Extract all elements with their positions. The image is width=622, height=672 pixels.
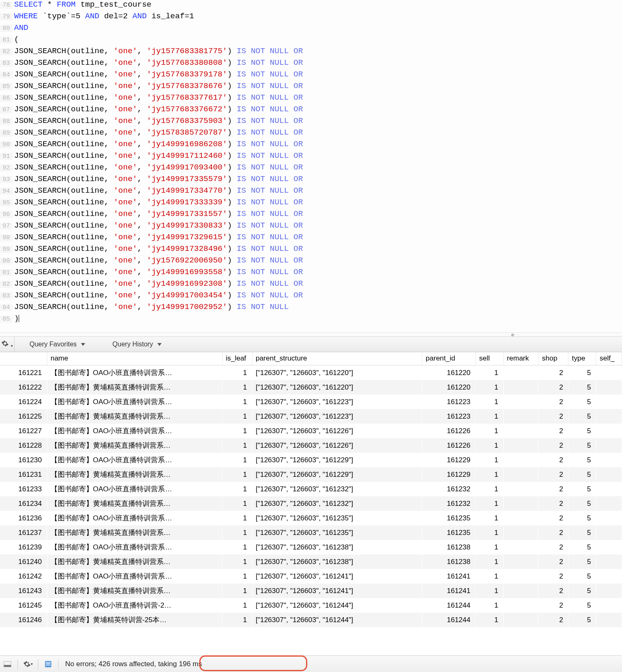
code-line[interactable]: 87JSON_SEARCH(outline, 'one', 'jy1577683… [0, 105, 622, 116]
cell-id[interactable]: 161222 [0, 380, 47, 395]
cell-self[interactable] [596, 525, 622, 540]
cell-shop[interactable]: 2 [539, 569, 568, 584]
cell-parentid[interactable]: 161241 [422, 569, 476, 584]
cell-sell[interactable]: 1 [475, 598, 503, 613]
code-line[interactable]: 80AND [0, 23, 622, 35]
gear-icon[interactable]: ▾ [0, 340, 14, 349]
gear-icon[interactable]: ▾ [22, 659, 34, 670]
cell-parentid[interactable]: 161235 [422, 525, 476, 540]
cell-self[interactable] [596, 438, 622, 453]
cell-name[interactable]: 【图书邮寄】OAO小班直播特训营系… [47, 424, 222, 438]
cell-name[interactable]: 【图书邮寄】OAO小班直播特训营系… [47, 540, 222, 554]
cell-name[interactable]: 【图书邮寄】黄埔精英特训营-25本… [47, 613, 222, 627]
cell-type[interactable]: 5 [568, 424, 596, 438]
cell-name[interactable]: 【图书邮寄】黄埔精英直播特训营系… [47, 467, 222, 482]
cell-sell[interactable]: 1 [475, 584, 503, 598]
col-header-sell[interactable]: sell [475, 352, 503, 365]
cell-remark[interactable] [503, 380, 538, 395]
cell-isleaf[interactable]: 1 [222, 482, 252, 496]
code-line[interactable]: 79WHERE `type`=5 AND del=2 AND is_leaf=1 [0, 12, 622, 23]
cell-parentstructure[interactable]: ["126307", "126603", "161232"] [252, 482, 422, 496]
cell-parentstructure[interactable]: ["126307", "126603", "161241"] [252, 569, 422, 584]
cell-name[interactable]: 【图书邮寄】OAO小班直播特训营系… [47, 395, 222, 409]
cell-type[interactable]: 5 [568, 511, 596, 525]
table-row[interactable]: 161234【图书邮寄】黄埔精英直播特训营系…1["126307", "1266… [0, 496, 622, 511]
code-line[interactable]: 92JSON_SEARCH(outline, 'one', 'jy1499917… [0, 163, 622, 174]
cell-remark[interactable] [503, 496, 538, 511]
table-row[interactable]: 161221【图书邮寄】OAO小班直播特训营系…1["126307", "126… [0, 365, 622, 380]
cell-parentstructure[interactable]: ["126307", "126603", "161226"] [252, 424, 422, 438]
cell-self[interactable] [596, 365, 622, 380]
cell-sell[interactable]: 1 [475, 540, 503, 554]
cell-self[interactable] [596, 409, 622, 424]
cell-isleaf[interactable]: 1 [222, 395, 252, 409]
cell-parentid[interactable]: 161244 [422, 613, 476, 627]
cell-id[interactable]: 161228 [0, 438, 47, 453]
cell-id[interactable]: 161245 [0, 598, 47, 613]
table-row[interactable]: 161224【图书邮寄】OAO小班直播特训营系…1["126307", "126… [0, 395, 622, 409]
cell-sell[interactable]: 1 [475, 424, 503, 438]
cell-remark[interactable] [503, 511, 538, 525]
query-favorites-dropdown[interactable]: Query Favorites [15, 341, 100, 348]
code-line[interactable]: 90JSON_SEARCH(outline, 'one', 'jy1499916… [0, 140, 622, 151]
cell-parentstructure[interactable]: ["126307", "126603", "161223"] [252, 395, 422, 409]
cell-sell[interactable]: 1 [475, 496, 503, 511]
table-row[interactable]: 161236【图书邮寄】OAO小班直播特训营系…1["126307", "126… [0, 511, 622, 525]
cell-shop[interactable]: 2 [539, 540, 568, 554]
cell-isleaf[interactable]: 1 [222, 584, 252, 598]
cell-self[interactable] [596, 380, 622, 395]
cell-name[interactable]: 【图书邮寄】OAO小班直播特训营-2… [47, 598, 222, 613]
cell-shop[interactable]: 2 [539, 424, 568, 438]
cell-parentstructure[interactable]: ["126307", "126603", "161226"] [252, 438, 422, 453]
cell-shop[interactable]: 2 [539, 395, 568, 409]
cell-self[interactable] [596, 511, 622, 525]
code-line[interactable]: 94JSON_SEARCH(outline, 'one', 'jy1499917… [0, 186, 622, 198]
table-row[interactable]: 161225【图书邮寄】黄埔精英直播特训营系…1["126307", "1266… [0, 409, 622, 424]
cell-parentid[interactable]: 161220 [422, 380, 476, 395]
cell-shop[interactable]: 2 [539, 496, 568, 511]
cell-sell[interactable]: 1 [475, 365, 503, 380]
table-row[interactable]: 161230【图书邮寄】OAO小班直播特训营系…1["126307", "126… [0, 453, 622, 467]
cell-sell[interactable]: 1 [475, 554, 503, 569]
cell-isleaf[interactable]: 1 [222, 380, 252, 395]
cell-parentstructure[interactable]: ["126307", "126603", "161220"] [252, 365, 422, 380]
cell-name[interactable]: 【图书邮寄】黄埔精英直播特训营系… [47, 554, 222, 569]
cell-id[interactable]: 161234 [0, 496, 47, 511]
cell-isleaf[interactable]: 1 [222, 424, 252, 438]
cell-parentstructure[interactable]: ["126307", "126603", "161244"] [252, 613, 422, 627]
col-header-type[interactable]: type [568, 352, 596, 365]
cell-isleaf[interactable]: 1 [222, 453, 252, 467]
cell-remark[interactable] [503, 525, 538, 540]
cell-sell[interactable]: 1 [475, 525, 503, 540]
cell-parentstructure[interactable]: ["126307", "126603", "161229"] [252, 467, 422, 482]
cell-type[interactable]: 5 [568, 453, 596, 467]
cell-parentid[interactable]: 161238 [422, 540, 476, 554]
cell-self[interactable] [596, 467, 622, 482]
cell-shop[interactable]: 2 [539, 409, 568, 424]
cell-name[interactable]: 【图书邮寄】OAO小班直播特训营系… [47, 482, 222, 496]
results-table[interactable]: name is_leaf parent_structure parent_id … [0, 352, 622, 627]
cell-type[interactable]: 5 [568, 525, 596, 540]
cell-remark[interactable] [503, 554, 538, 569]
cell-shop[interactable]: 2 [539, 453, 568, 467]
cell-self[interactable] [596, 482, 622, 496]
cell-isleaf[interactable]: 1 [222, 540, 252, 554]
col-header-id[interactable] [0, 352, 47, 365]
cell-sell[interactable]: 1 [475, 453, 503, 467]
table-row[interactable]: 161240【图书邮寄】黄埔精英直播特训营系…1["126307", "1266… [0, 554, 622, 569]
query-history-dropdown[interactable]: Query History [100, 341, 174, 348]
cell-parentid[interactable]: 161235 [422, 511, 476, 525]
cell-isleaf[interactable]: 1 [222, 554, 252, 569]
cell-name[interactable]: 【图书邮寄】黄埔精英直播特训营系… [47, 496, 222, 511]
cell-parentstructure[interactable]: ["126307", "126603", "161238"] [252, 540, 422, 554]
cell-self[interactable] [596, 598, 622, 613]
cell-isleaf[interactable]: 1 [222, 409, 252, 424]
cell-parentstructure[interactable]: ["126307", "126603", "161223"] [252, 409, 422, 424]
cell-type[interactable]: 5 [568, 467, 596, 482]
cell-id[interactable]: 161224 [0, 395, 47, 409]
cell-sell[interactable]: 1 [475, 482, 503, 496]
cell-self[interactable] [596, 496, 622, 511]
code-line[interactable]: 83JSON_SEARCH(outline, 'one', 'jy1577683… [0, 58, 622, 70]
code-line[interactable]: 85JSON_SEARCH(outline, 'one', 'jy1577683… [0, 81, 622, 93]
col-header-name[interactable]: name [47, 352, 222, 365]
